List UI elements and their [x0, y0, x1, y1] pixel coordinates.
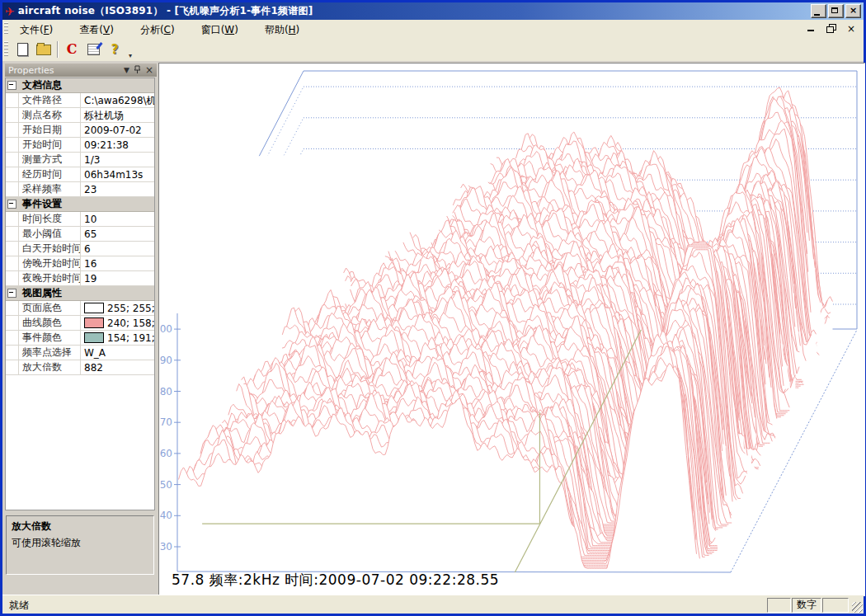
mdi-minimize-icon — [807, 30, 814, 31]
property-label: 放大倍数 — [19, 360, 81, 374]
level-axis-tick-label: 50 — [160, 479, 172, 491]
open-folder-button[interactable] — [34, 40, 54, 59]
menu-bar: 文件(F)查看(V)分析(C)窗口(W)帮助(H) × — [2, 20, 864, 38]
toolbar: C? ▾ — [2, 38, 864, 61]
maximize-button[interactable] — [828, 4, 844, 18]
property-value[interactable]: 65 — [81, 227, 154, 241]
property-value[interactable]: W_A — [81, 346, 154, 360]
property-value[interactable]: 2009-07-02 — [81, 123, 154, 137]
property-value[interactable]: 19 — [81, 271, 154, 285]
property-row: 文件路径C:\awa6298\机场 — [6, 93, 154, 108]
section-header: 事件设置 — [6, 197, 154, 212]
collapse-icon[interactable] — [7, 289, 16, 298]
title-bar[interactable]: ✈ aircraft noise（ISO3891） - [飞机噪声分析1-事件1… — [2, 2, 864, 20]
pin-icon[interactable] — [134, 65, 141, 76]
property-label: 经历时间 — [19, 167, 81, 181]
close-button[interactable]: × — [845, 4, 861, 18]
property-value[interactable]: C:\awa6298\机场 — [81, 93, 154, 107]
property-description: 放大倍数 可使用滚轮缩放 — [6, 515, 154, 575]
properties-panel-title: Properties — [8, 65, 54, 76]
property-value[interactable]: 16 — [81, 256, 154, 270]
level-axis-tick-label: 80 — [160, 386, 172, 397]
help-button[interactable]: ? — [105, 40, 125, 59]
property-value[interactable]: 23 — [81, 182, 154, 196]
mdi-close-button[interactable]: × — [845, 24, 857, 34]
resize-grip[interactable] — [852, 602, 863, 613]
status-pane-empty-2 — [822, 598, 849, 613]
property-value[interactable]: 154; 191; 18 — [81, 331, 154, 345]
panel-close-icon[interactable]: × — [145, 66, 153, 74]
menu-grip[interactable] — [4, 22, 8, 35]
property-label: 傍晚开始时间 — [19, 256, 81, 270]
property-value[interactable]: 6 — [81, 242, 154, 256]
analysis-c-button[interactable]: C — [62, 40, 82, 59]
minimize-icon — [814, 14, 820, 16]
properties-sheet-button[interactable] — [83, 40, 103, 59]
property-row: 最小阈值65 — [6, 227, 154, 242]
color-swatch — [84, 317, 104, 328]
section-header: 视图属性 — [6, 286, 154, 301]
property-row: 经历时间06h34m13s — [6, 167, 154, 182]
menu-item[interactable]: 窗口(W) — [193, 22, 247, 37]
property-value[interactable]: 10 — [81, 212, 154, 226]
property-grid: 文档信息文件路径C:\awa6298\机场测点名称栎社机场开始日期2009-07… — [5, 78, 155, 510]
mdi-restore-button[interactable] — [826, 24, 837, 34]
property-value[interactable]: 255; 255; 25 — [81, 301, 154, 315]
status-pane-empty-1 — [767, 598, 791, 613]
level-axis-tick-label: 70 — [160, 416, 172, 428]
color-swatch — [84, 303, 104, 313]
property-row: 开始时间09:21:38 — [6, 138, 154, 153]
property-row: 开始日期2009-07-02 — [6, 123, 154, 138]
mdi-minimize-button[interactable] — [806, 24, 817, 34]
properties-sheet-icon — [87, 44, 100, 55]
property-value[interactable]: 06h34m13s — [81, 167, 154, 181]
help-icon: ? — [111, 42, 119, 57]
property-label: 开始时间 — [19, 138, 81, 152]
menu-item[interactable]: 帮助(H) — [257, 22, 308, 37]
toolbar-separator — [57, 41, 59, 58]
property-value[interactable]: 882 — [81, 360, 154, 374]
level-axis-tick-label: 40 — [160, 510, 172, 521]
property-row: 曲线颜色240; 158; 15 — [6, 316, 154, 331]
property-value[interactable]: 1/3 — [81, 153, 154, 167]
status-bar: 就绪 数字 — [2, 595, 864, 614]
property-description-title: 放大倍数 — [12, 520, 148, 534]
property-value[interactable]: 栎社机场 — [81, 108, 154, 122]
collapse-icon[interactable] — [7, 200, 16, 209]
collapse-icon[interactable] — [7, 81, 16, 90]
property-label: 事件颜色 — [19, 331, 81, 345]
properties-panel-header[interactable]: Properties ▼ × — [5, 63, 157, 77]
property-row: 时间长度10 — [6, 212, 154, 227]
property-label: 测量方式 — [19, 153, 81, 167]
panel-menu-chevron-icon[interactable]: ▼ — [124, 66, 129, 74]
section-title: 视图属性 — [18, 286, 62, 300]
waterfall-chart[interactable]: 30405060708090100 — [160, 64, 863, 595]
property-row: 测量方式1/3 — [6, 153, 154, 167]
window-title: aircraft noise（ISO3891） - [飞机噪声分析1-事件1频谱… — [18, 4, 313, 18]
spectrum-chart-area: 30405060708090100 57.8 频率:2kHz 时间:2009-0… — [158, 63, 865, 596]
property-row: 放大倍数882 — [6, 360, 154, 375]
property-label: 文件路径 — [19, 93, 81, 107]
properties-panel: Properties ▼ × 文档信息文件路径C:\awa6298\机场测点名称… — [5, 63, 157, 586]
minimize-button[interactable] — [811, 4, 826, 18]
menu-item[interactable]: 分析(C) — [132, 22, 183, 37]
property-label: 频率点选择 — [19, 346, 81, 360]
menu-item[interactable]: 查看(V) — [71, 22, 122, 37]
color-swatch — [84, 332, 104, 343]
property-value[interactable]: 09:21:38 — [81, 138, 154, 152]
status-pane-num: 数字 — [792, 598, 821, 613]
property-label: 最小阈值 — [19, 227, 81, 241]
waterfall-surface — [160, 87, 833, 571]
property-value[interactable]: 240; 158; 15 — [81, 316, 154, 330]
level-axis-tick-label: 30 — [160, 541, 172, 553]
toolbar-overflow-button[interactable]: ▾ — [129, 52, 132, 61]
app-window: ✈ aircraft noise（ISO3891） - [飞机噪声分析1-事件1… — [0, 0, 866, 616]
level-axis-tick-label: 100 — [160, 323, 172, 335]
mdi-child-controls: × — [806, 24, 857, 34]
section-header: 文档信息 — [6, 78, 154, 93]
new-document-button[interactable] — [12, 40, 32, 59]
menu-item[interactable]: 文件(F) — [12, 22, 61, 37]
property-label: 页面底色 — [19, 301, 81, 315]
level-axis-tick-label: 90 — [160, 355, 172, 366]
toolbar-grip[interactable] — [4, 41, 8, 58]
